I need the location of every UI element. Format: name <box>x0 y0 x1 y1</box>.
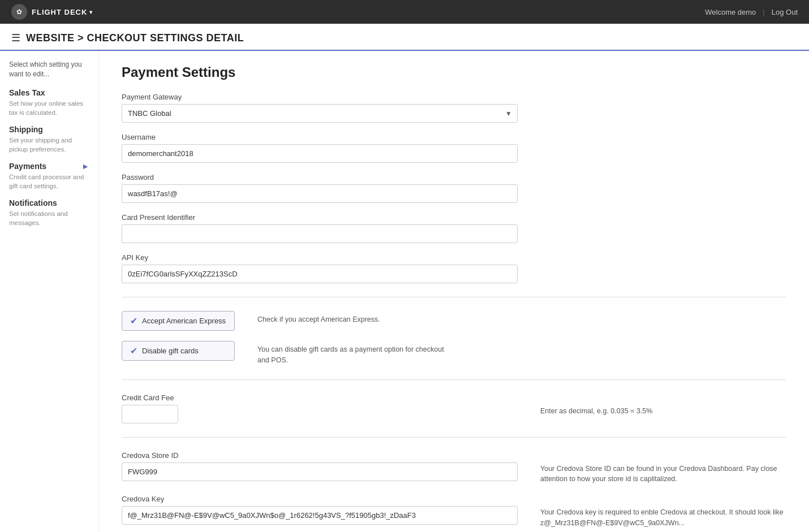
main-layout: Select which setting you want to edit...… <box>0 51 809 532</box>
gift-cards-hint: You can disable gift cards as a payment … <box>257 341 450 366</box>
credova-key-input[interactable] <box>122 506 518 525</box>
credova-key-col: Credova Key <box>122 495 518 525</box>
sidebar-item-payments[interactable]: Payments ► Credit card processor and gif… <box>9 162 89 191</box>
username-input[interactable] <box>122 144 518 163</box>
brand-name[interactable]: FLIGHT DECK ▾ <box>32 8 93 16</box>
sidebar-arrow-payments: ► <box>81 162 89 171</box>
payment-gateway-group: Payment Gateway TNBC Global Stripe PayPa… <box>122 93 786 123</box>
brand-chevron-icon: ▾ <box>89 9 93 15</box>
sidebar-prompt: Select which setting you want to edit... <box>9 60 89 79</box>
username-group: Username <box>122 133 786 163</box>
gift-cards-check-icon: ✔ <box>130 345 137 356</box>
gift-cards-label: Disable gift cards <box>142 347 199 355</box>
password-group: Password <box>122 173 786 203</box>
top-nav-left: ✿ FLIGHT DECK ▾ <box>11 4 93 20</box>
nav-divider: | <box>763 8 764 16</box>
sidebar-item-title-sales-tax[interactable]: Sales Tax <box>9 88 45 97</box>
sidebar: Select which setting you want to edit...… <box>0 51 99 532</box>
password-label: Password <box>122 173 786 181</box>
amex-row: ✔ Accept American Express Check if you a… <box>122 311 786 331</box>
sidebar-item-shipping[interactable]: Shipping Set your shipping and pickup pr… <box>9 125 89 154</box>
top-nav: ✿ FLIGHT DECK ▾ Welcome demo | Log Out <box>0 0 809 24</box>
payment-gateway-label: Payment Gateway <box>122 93 786 101</box>
brand-text: FLIGHT DECK <box>32 8 87 16</box>
card-present-input[interactable] <box>122 224 518 243</box>
credova-key-row: Credova Key Your Credova key is required… <box>122 495 786 529</box>
credit-card-fee-col: Credit Card Fee <box>122 393 518 423</box>
top-nav-right: Welcome demo | Log Out <box>705 8 798 16</box>
api-key-label: API Key <box>122 253 786 262</box>
api-key-group: API Key <box>122 253 786 283</box>
credit-card-fee-input[interactable] <box>122 405 178 423</box>
api-key-input[interactable] <box>122 265 518 283</box>
credit-card-fee-row: Credit Card Fee Enter as decimal, e.g. 0… <box>122 393 786 423</box>
credova-key-hint: Your Credova key is required to enble Cr… <box>540 495 786 529</box>
menu-icon[interactable]: ☰ <box>11 32 20 44</box>
disable-gift-cards-button[interactable]: ✔ Disable gift cards <box>122 341 235 361</box>
amex-check-icon: ✔ <box>130 315 137 326</box>
breadcrumb: WEBSITE > CHECKOUT SETTINGS DETAIL <box>26 32 244 44</box>
logo-icon: ✿ <box>11 4 27 20</box>
sidebar-item-notifications[interactable]: Notifications Set notifications and mess… <box>9 198 89 227</box>
accept-amex-button[interactable]: ✔ Accept American Express <box>122 311 235 331</box>
sidebar-item-title-shipping[interactable]: Shipping <box>9 125 43 134</box>
logout-link[interactable]: Log Out <box>772 8 798 16</box>
credova-key-label: Credova Key <box>122 495 518 503</box>
sidebar-item-desc-sales-tax: Set how your online sales tax is calcula… <box>9 99 89 117</box>
page-header: ☰ WEBSITE > CHECKOUT SETTINGS DETAIL <box>0 24 809 51</box>
sidebar-item-title-notifications[interactable]: Notifications <box>9 198 57 207</box>
credit-card-fee-hint: Enter as decimal, e.g. 0.035 = 3.5% <box>540 393 786 417</box>
sidebar-item-desc-shipping: Set your shipping and pickup preferences… <box>9 136 89 154</box>
credova-store-id-input[interactable] <box>122 462 518 481</box>
password-input[interactable] <box>122 184 518 203</box>
gift-cards-row: ✔ Disable gift cards You can disable gif… <box>122 341 786 366</box>
credova-store-id-row: Credova Store ID Your Credova Store ID c… <box>122 451 786 485</box>
credova-store-id-hint: Your Credova Store ID can be found in yo… <box>540 451 786 485</box>
card-present-group: Card Present Identifier <box>122 213 786 243</box>
sidebar-item-title-payments[interactable]: Payments <box>9 162 46 171</box>
credit-card-fee-label: Credit Card Fee <box>122 393 518 402</box>
credova-store-id-label: Credova Store ID <box>122 451 518 460</box>
section-divider-3 <box>122 437 786 438</box>
amex-label: Accept American Express <box>142 317 226 325</box>
section-divider-1 <box>122 297 786 297</box>
amex-hint: Check if you accept American Express. <box>257 311 380 325</box>
username-label: Username <box>122 133 786 141</box>
card-present-label: Card Present Identifier <box>122 213 786 222</box>
sidebar-item-sales-tax[interactable]: Sales Tax Set how your online sales tax … <box>9 88 89 117</box>
payment-gateway-select-wrapper: TNBC Global Stripe PayPal Square ▼ <box>122 104 518 123</box>
page-title: Payment Settings <box>122 64 786 80</box>
welcome-text: Welcome demo <box>705 8 756 16</box>
sidebar-item-desc-notifications: Set notifications and messages. <box>9 209 89 227</box>
payment-gateway-select[interactable]: TNBC Global Stripe PayPal Square <box>122 104 518 123</box>
content-area: Payment Settings Payment Gateway TNBC Gl… <box>99 51 809 532</box>
section-divider-2 <box>122 379 786 380</box>
sidebar-item-desc-payments: Credit card processor and gift card sett… <box>9 172 89 191</box>
credova-store-id-col: Credova Store ID <box>122 451 518 481</box>
